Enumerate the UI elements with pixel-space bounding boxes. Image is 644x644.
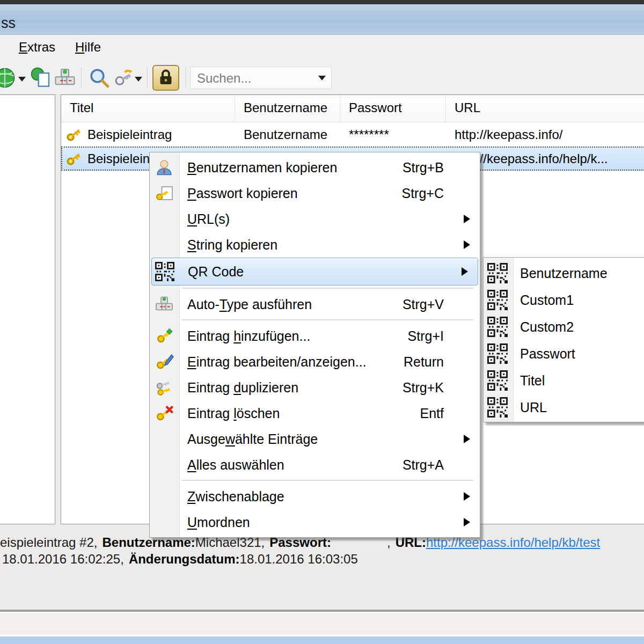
key-icon [64, 126, 83, 144]
menu-item-label: Custom1 [520, 292, 574, 308]
search-icon [88, 67, 111, 89]
detail-modified-value: 18.01.2016 16:03:05 [240, 552, 358, 566]
menu-hilfe[interactable]: Hilfe [75, 40, 101, 55]
person-icon [155, 158, 174, 177]
lock-icon [156, 68, 176, 87]
qr-submenu-item-custom1[interactable]: Custom1 [484, 287, 644, 313]
submenu-arrow-icon [464, 435, 470, 443]
menu-item-label: Custom2 [520, 319, 574, 335]
context-menu-item-umordnen[interactable]: Umordnen [150, 509, 480, 535]
column-header-url[interactable]: URL [446, 95, 644, 122]
keepass-window: ss Extras Hilfe Suchen... [0, 0, 644, 644]
submenu-arrow-icon [464, 518, 470, 526]
key-page-icon [155, 184, 174, 203]
open-url-button[interactable] [0, 67, 16, 89]
submenu-arrow-icon [462, 267, 468, 276]
copy-icon [30, 67, 53, 89]
context-menu-item-passwort-kopieren[interactable]: Passwort kopierenStrg+C [150, 180, 480, 206]
entry-list-header: Titel Benutzername Passwort URL [61, 95, 644, 122]
qr-submenu-item-url[interactable]: URL [484, 394, 644, 421]
menu-item-label: URL(s) [187, 211, 230, 227]
menu-item-label: Benutzername [520, 266, 608, 281]
qr-icon [155, 262, 174, 281]
entry-context-menu: Benutzernamen kopierenStrg+BPasswort kop… [149, 152, 480, 538]
lock-workspace-button[interactable] [152, 65, 179, 91]
search-dropdown-icon[interactable] [318, 76, 326, 80]
key-icon [112, 67, 134, 89]
find-button[interactable] [88, 67, 111, 89]
menu-separator [150, 478, 480, 484]
copy-entry-button[interactable] [30, 67, 53, 89]
context-menu-item-eintrag-duplizieren[interactable]: Eintrag duplizierenStrg+K [150, 375, 480, 400]
column-header-benutzername[interactable]: Benutzername [235, 95, 340, 122]
menu-item-label: Titel [520, 373, 545, 389]
auto-type-icon [155, 295, 174, 314]
context-menu-item-zwischenablage[interactable]: Zwischenablage [150, 484, 480, 509]
context-menu-item-url-s[interactable]: URL(s) [150, 206, 480, 232]
entry-title-cell: Beispieleintrag [61, 126, 235, 144]
qr-submenu-item-passwort[interactable]: Passwort [484, 340, 644, 367]
statusbar [0, 613, 644, 636]
entry-title: Beispieleintrag [87, 127, 172, 142]
open-url-dropdown-icon[interactable] [18, 77, 26, 82]
menu-item-label: QR Code [188, 264, 244, 280]
titlebar: ss [0, 4, 644, 35]
menu-item-shortcut: Strg+I [408, 328, 444, 344]
entry-url-cell: http://keepass.info/ [446, 127, 644, 142]
window-title: ss [1, 15, 16, 32]
entry-row-beispieleintrag[interactable]: BeispieleintragBenutzername********http:… [61, 122, 644, 147]
detail-title-value: Beispieleintrag #2, [0, 535, 97, 550]
context-menu-item-eintrag-loeschen[interactable]: Eintrag löschenEntf [150, 400, 480, 426]
auto-type-icon [54, 67, 76, 89]
context-menu-item-auto-type-ausfuehren[interactable]: Auto-Type ausführenStrg+V [150, 291, 480, 317]
context-menu-item-alles-auswaehlen[interactable]: Alles auswählenStrg+A [150, 452, 480, 478]
qr-code-icon [487, 370, 508, 391]
context-menu-item-eintrag-hinzufuegen[interactable]: Eintrag hinzufügen...Strg+I [150, 323, 480, 349]
menu-item-shortcut: Strg+A [402, 457, 444, 473]
column-header-passwort[interactable]: Passwort [340, 95, 446, 122]
toolbar-separator [186, 68, 187, 88]
menu-item-label: Auto-Type ausführen [187, 297, 312, 312]
menu-item-label: Ausgewählte Einträge [187, 431, 318, 447]
menu-item-shortcut: Strg+B [402, 160, 444, 175]
qr-code-submenu: BenutzernameCustom1Custom2PasswortTitelU… [483, 257, 644, 422]
menu-separator [150, 317, 480, 323]
auto-type-button[interactable] [54, 67, 76, 89]
toolbar-separator [147, 68, 148, 88]
qr-code-icon [487, 343, 508, 364]
context-menu-item-eintrag-bearbeiten-anzeigen[interactable]: Eintrag bearbeiten/anzeigen...Return [150, 349, 480, 375]
menu-item-label: Benutzernamen kopieren [187, 160, 337, 175]
key-tool-button[interactable] [112, 67, 134, 89]
column-header-titel[interactable]: Titel [61, 95, 235, 122]
key-edit-icon [155, 352, 174, 371]
menu-item-label: Eintrag hinzufügen... [187, 328, 310, 344]
key-duplicate-icon [155, 378, 174, 397]
menu-item-label: Umordnen [187, 515, 250, 530]
entry-username-cell: Benutzername [235, 127, 340, 142]
menu-separator [150, 286, 480, 291]
submenu-arrow-icon [464, 492, 470, 501]
menu-item-label: Passwort [520, 346, 575, 362]
group-tree-panel [0, 94, 55, 524]
taskbar-strip [0, 636, 644, 644]
menu-item-shortcut: Strg+C [401, 186, 444, 201]
menu-item-shortcut: Strg+V [402, 297, 444, 312]
qr-submenu-item-custom2[interactable]: Custom2 [484, 313, 644, 340]
qr-code-icon [487, 290, 508, 310]
entry-detail-line2: 18.01.2016 16:02:25,Änderungsdatum:18.01… [2, 552, 363, 567]
qr-code-icon [487, 263, 508, 283]
context-menu-item-qr-code[interactable]: QR Code [151, 258, 478, 286]
search-input[interactable]: Suchen... [190, 67, 332, 89]
menu-item-shortcut: Strg+K [402, 380, 444, 396]
menu-item-label: Eintrag löschen [187, 406, 280, 421]
context-menu-item-ausgewaehlte-eintraege[interactable]: Ausgewählte Einträge [150, 426, 480, 452]
menubar: Extras Hilfe [0, 35, 644, 61]
menu-item-label: Alles auswählen [187, 457, 284, 473]
qr-submenu-item-titel[interactable]: Titel [484, 367, 644, 394]
qr-submenu-item-benutzername[interactable]: Benutzername [484, 260, 644, 287]
key-tool-dropdown-icon[interactable] [135, 77, 142, 82]
menu-extras[interactable]: Extras [19, 40, 55, 55]
context-menu-item-string-kopieren[interactable]: String kopieren [150, 232, 480, 258]
detail-created-value: 18.01.2016 16:02:25, [2, 552, 124, 566]
context-menu-item-benutzernamen-kopieren[interactable]: Benutzernamen kopierenStrg+B [150, 155, 480, 180]
